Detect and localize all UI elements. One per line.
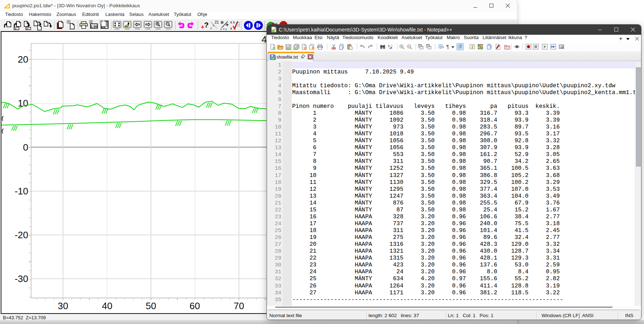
svg-text:x: x [220, 28, 222, 30]
svg-text:-10: -10 [14, 186, 28, 197]
svg-text:z: z [226, 28, 227, 30]
svg-text:70: 70 [234, 300, 244, 311]
svg-text:21: 21 [215, 20, 219, 24]
svg-text:0: 0 [23, 142, 28, 153]
svg-text:x: x [230, 26, 232, 30]
svg-text:60: 60 [190, 300, 200, 311]
svg-text:4: 4 [262, 34, 267, 45]
svg-text:20: 20 [18, 54, 28, 65]
svg-text:?: ? [204, 21, 209, 29]
svg-text:x: x [210, 26, 212, 30]
svg-text:30: 30 [58, 300, 68, 311]
svg-text:1:XX: 1:XX [102, 26, 106, 28]
svg-text:x: x [230, 20, 232, 24]
svg-text:Y: Y [223, 28, 225, 30]
svg-text:-20: -20 [14, 230, 28, 240]
svg-text:x: x [233, 20, 235, 24]
svg-text:10: 10 [18, 98, 28, 109]
svg-text:+: + [201, 24, 204, 30]
svg-text:-30: -30 [14, 273, 28, 284]
svg-text:1:50: 1:50 [91, 24, 97, 28]
svg-text:50: 50 [146, 300, 156, 311]
svg-text:¶: ¶ [446, 44, 449, 50]
svg-text:40: 40 [102, 300, 113, 311]
